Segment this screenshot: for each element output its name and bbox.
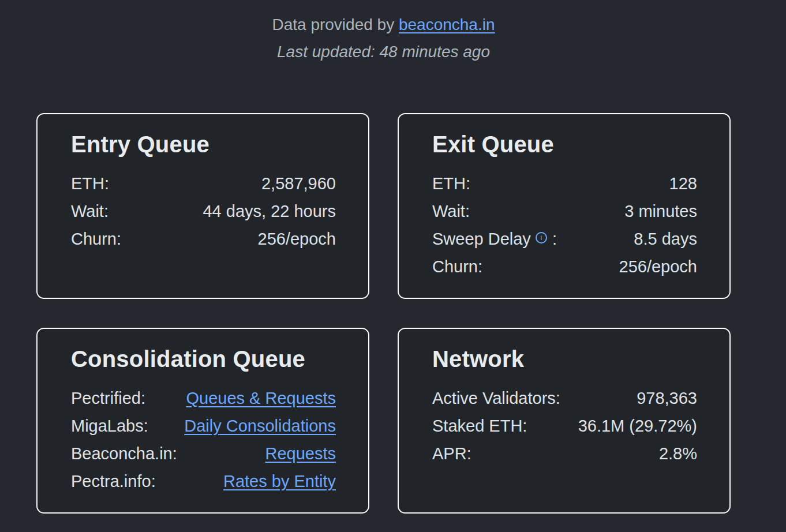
network-title: Network xyxy=(432,345,697,373)
stat-value: 256/epoch xyxy=(258,225,336,253)
stat-value: 2,587,960 xyxy=(261,170,336,197)
stat-label: ETH: xyxy=(71,170,109,197)
pectrainfo-rates-by-entity-link[interactable]: Rates by Entity xyxy=(223,467,336,495)
stat-value: 128 xyxy=(669,170,697,197)
cards-grid: Entry Queue ETH: 2,587,960 Wait: 44 days… xyxy=(36,113,731,514)
stat-value: 44 days, 22 hours xyxy=(203,197,336,225)
stat-row-active-validators: Active Validators: 978,363 xyxy=(432,384,697,412)
stat-value: 36.1M (29.72%) xyxy=(578,412,697,440)
data-provided-line: Data provided by beaconcha.in xyxy=(36,14,731,36)
stat-label: Beaconcha.in: xyxy=(71,440,177,467)
stat-row-beaconchain: Beaconcha.in: Requests xyxy=(71,440,336,467)
entry-queue-title: Entry Queue xyxy=(71,130,336,158)
stat-row-staked-eth: Staked ETH: 36.1M (29.72%) xyxy=(432,412,697,440)
exit-queue-title: Exit Queue xyxy=(432,130,697,158)
stat-label: Active Validators: xyxy=(432,384,560,412)
info-icon-glyph: i xyxy=(540,234,542,241)
consolidation-queue-title: Consolidation Queue xyxy=(71,345,336,373)
stat-label: Pectra.info: xyxy=(71,467,156,495)
entry-queue-card: Entry Queue ETH: 2,587,960 Wait: 44 days… xyxy=(36,113,369,299)
stat-row-pectrainfo: Pectra.info: Rates by Entity xyxy=(71,467,336,495)
network-card: Network Active Validators: 978,363 Stake… xyxy=(398,328,731,514)
exit-queue-card: Exit Queue ETH: 128 Wait: 3 minutes Swee… xyxy=(398,113,731,299)
stat-label: Wait: xyxy=(432,197,470,225)
stat-row-wait: Wait: 44 days, 22 hours xyxy=(71,197,336,225)
stat-row-sweep-delay: Sweep Delayi: 8.5 days xyxy=(432,225,697,253)
page-header: Data provided by beaconcha.in Last updat… xyxy=(36,14,731,63)
stat-row-wait: Wait: 3 minutes xyxy=(432,197,697,225)
stat-label: Churn: xyxy=(432,253,482,280)
stat-row-apr: APR: 2.8% xyxy=(432,440,697,467)
pectrified-queues-requests-link[interactable]: Queues & Requests xyxy=(186,384,336,412)
migalabs-daily-consolidations-link[interactable]: Daily Consolidations xyxy=(184,412,336,440)
stat-row-migalabs: MigaLabs: Daily Consolidations xyxy=(71,412,336,440)
stat-value: 2.8% xyxy=(659,440,697,467)
stat-label: ETH: xyxy=(432,170,470,197)
data-provided-text: Data provided by xyxy=(272,16,398,33)
stat-row-eth: ETH: 128 xyxy=(432,170,697,197)
beaconchain-link[interactable]: beaconcha.in xyxy=(399,16,495,33)
stat-label: Churn: xyxy=(71,225,121,253)
last-updated-text: Last updated: 48 minutes ago xyxy=(36,41,731,63)
stat-label: MigaLabs: xyxy=(71,412,148,440)
beaconchain-requests-link[interactable]: Requests xyxy=(265,440,336,467)
consolidation-queue-card: Consolidation Queue Pectrified: Queues &… xyxy=(36,328,369,514)
stat-label: APR: xyxy=(432,440,471,467)
stat-value: 8.5 days xyxy=(634,225,697,253)
stat-row-pectrified: Pectrified: Queues & Requests xyxy=(71,384,336,412)
stat-row-eth: ETH: 2,587,960 xyxy=(71,170,336,197)
sweep-delay-text: Sweep Delay xyxy=(432,230,531,248)
stat-label: Staked ETH: xyxy=(432,412,527,440)
stat-value: 256/epoch xyxy=(619,253,697,280)
stat-row-churn: Churn: 256/epoch xyxy=(432,253,697,280)
stat-value: 978,363 xyxy=(637,384,697,412)
sweep-delay-colon: : xyxy=(552,230,557,248)
stat-label: Pectrified: xyxy=(71,384,145,412)
info-icon[interactable]: i xyxy=(536,232,547,243)
stat-value: 3 minutes xyxy=(624,197,697,225)
dashboard-page: Data provided by beaconcha.in Last updat… xyxy=(0,0,786,532)
stat-label: Sweep Delayi: xyxy=(432,225,557,253)
stat-row-churn: Churn: 256/epoch xyxy=(71,225,336,253)
stat-label: Wait: xyxy=(71,197,108,225)
